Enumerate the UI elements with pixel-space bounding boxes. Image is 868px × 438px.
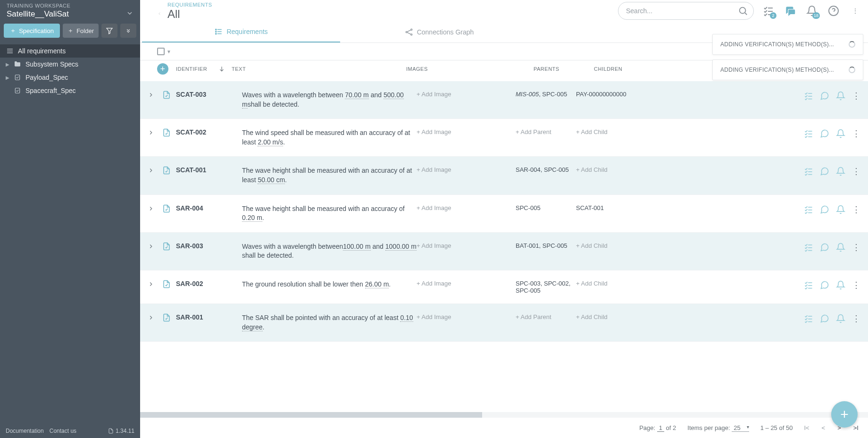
row-chat-icon[interactable] [820, 129, 829, 138]
workspace-header[interactable]: TRAINING WORKSPACE Satellite__ValiSat [0, 0, 140, 24]
tree-all-requirements[interactable]: All requirements [0, 44, 140, 58]
requirement-identifier[interactable]: SCAT-002 [176, 128, 242, 136]
children-cell[interactable]: + Add Child [576, 128, 628, 135]
search-icon[interactable] [738, 6, 748, 16]
horizontal-scrollbar[interactable] [140, 412, 868, 418]
requirement-text[interactable]: Waves with a wavelength between100.00 m … [242, 242, 417, 261]
row-more-icon[interactable]: ⋮ [852, 242, 860, 253]
page-number[interactable]: 1 [657, 424, 664, 432]
back-caret-icon[interactable] [157, 10, 162, 17]
row-more-icon[interactable]: ⋮ [852, 128, 860, 139]
row-chat-icon[interactable] [820, 243, 829, 252]
row-more-icon[interactable]: ⋮ [852, 280, 860, 290]
row-chat-icon[interactable] [820, 167, 829, 176]
requirement-text[interactable]: The ground resolution shall be lower the… [242, 280, 417, 289]
first-page-icon[interactable]: I< [804, 424, 809, 431]
expand-row-icon[interactable] [148, 167, 157, 174]
tree-spacecraft-spec[interactable]: Spacecraft_Spec [0, 84, 140, 97]
row-tasks-icon[interactable] [804, 280, 813, 290]
help-icon[interactable] [826, 4, 841, 18]
requirement-text[interactable]: The wave height shall be measured with a… [242, 166, 417, 185]
row-bell-icon[interactable] [836, 129, 845, 138]
parents-cell[interactable]: + Add Parent [516, 128, 576, 135]
row-tasks-icon[interactable] [804, 243, 813, 252]
table-row[interactable]: SAR-002The ground resolution shall be lo… [140, 270, 868, 304]
table-row[interactable]: SCAT-003Waves with a wavelength between … [140, 81, 868, 119]
parents-cell[interactable]: + Add Parent [516, 313, 576, 320]
add-image-link[interactable]: + Add Image [417, 204, 516, 211]
table-row[interactable]: SAR-004The wave height shall be measured… [140, 195, 868, 233]
row-chat-icon[interactable] [820, 314, 829, 323]
select-all-checkbox[interactable] [157, 48, 165, 55]
row-more-icon[interactable]: ⋮ [852, 313, 860, 324]
children-cell[interactable]: + Add Child [576, 242, 628, 249]
row-bell-icon[interactable] [836, 205, 845, 214]
caret-right-icon[interactable]: ▶ [6, 75, 9, 80]
expand-row-icon[interactable] [148, 129, 157, 136]
add-image-link[interactable]: + Add Image [417, 280, 516, 287]
row-chat-icon[interactable] [820, 91, 829, 101]
select-dropdown-icon[interactable]: ▼ [167, 49, 171, 54]
requirement-identifier[interactable]: SAR-003 [176, 242, 242, 250]
filter-button[interactable] [101, 24, 117, 38]
children-cell[interactable]: PAY-00000000000 [576, 91, 628, 98]
fab-add-button[interactable]: + [831, 401, 858, 428]
scrollbar-thumb[interactable] [140, 412, 482, 418]
tab-requirements[interactable]: Requirements [142, 22, 340, 42]
expand-row-icon[interactable] [148, 205, 157, 212]
tasks-icon[interactable]: 2 [761, 4, 776, 18]
expand-row-icon[interactable] [148, 314, 157, 321]
contact-link[interactable]: Contact us [50, 428, 76, 434]
column-header-identifier[interactable]: IDENTIFIER [176, 66, 233, 72]
row-bell-icon[interactable] [836, 280, 845, 290]
row-bell-icon[interactable] [836, 314, 845, 323]
row-chat-icon[interactable] [820, 205, 829, 214]
tree-payload-spec[interactable]: ▶ Payload_Spec [0, 71, 140, 84]
column-header-images[interactable]: IMAGES [406, 66, 534, 72]
children-cell[interactable]: + Add Child [576, 313, 628, 320]
requirement-identifier[interactable]: SAR-001 [176, 313, 242, 321]
column-header-text[interactable]: TEXT [232, 66, 406, 72]
requirement-identifier[interactable]: SCAT-003 [176, 91, 242, 98]
row-bell-icon[interactable] [836, 243, 845, 252]
requirement-text[interactable]: Waves with a wavelength between 70.00 m … [242, 91, 417, 109]
table-row[interactable]: SAR-003Waves with a wavelength between10… [140, 233, 868, 270]
requirement-identifier[interactable]: SAR-002 [176, 280, 242, 287]
table-row[interactable]: SCAT-001The wave height shall be measure… [140, 157, 868, 194]
tab-connections-graph[interactable]: Connections Graph [340, 22, 538, 42]
requirement-identifier[interactable]: SCAT-001 [176, 166, 242, 174]
parents-cell[interactable]: SAR-004, SPC-005 [516, 166, 576, 173]
items-per-page-select[interactable]: 25 [732, 424, 749, 432]
expand-row-icon[interactable] [148, 243, 157, 250]
search-input[interactable] [618, 2, 754, 20]
last-page-icon[interactable]: >I [853, 424, 859, 431]
chevron-down-icon[interactable] [126, 9, 134, 17]
add-specification-button[interactable]: ＋ Specification [4, 24, 60, 38]
children-cell[interactable]: + Add Child [576, 166, 628, 173]
row-tasks-icon[interactable] [804, 314, 813, 323]
parents-cell[interactable]: BAT-001, SPC-005 [516, 242, 576, 249]
add-image-link[interactable]: + Add Image [417, 91, 516, 98]
row-bell-icon[interactable] [836, 167, 845, 176]
parents-cell[interactable]: MIS-005, SPC-005 [516, 91, 576, 98]
add-folder-button[interactable]: ＋ Folder [63, 24, 99, 38]
collapse-button[interactable] [120, 24, 136, 38]
add-image-link[interactable]: + Add Image [417, 166, 516, 173]
requirement-text[interactable]: The wind speed shall be measured with an… [242, 128, 417, 147]
row-more-icon[interactable]: ⋮ [852, 91, 860, 101]
row-chat-icon[interactable] [820, 280, 829, 290]
caret-right-icon[interactable]: ▶ [6, 62, 9, 67]
children-cell[interactable]: + Add Child [576, 280, 628, 287]
expand-row-icon[interactable] [148, 92, 157, 98]
row-tasks-icon[interactable] [804, 167, 813, 176]
breadcrumb[interactable]: REQUIREMENTS [167, 2, 212, 8]
requirement-text[interactable]: The wave height shall be measured with a… [242, 204, 417, 223]
tab-hidden[interactable] [538, 22, 736, 42]
table-row[interactable]: SAR-001The SAR shall be pointed with an … [140, 304, 868, 342]
row-tasks-icon[interactable] [804, 91, 813, 101]
prev-page-icon[interactable]: < [822, 424, 826, 431]
row-more-icon[interactable]: ⋮ [852, 204, 860, 215]
more-menu-icon[interactable]: ⋮ [848, 4, 862, 18]
add-image-link[interactable]: + Add Image [417, 242, 516, 249]
sort-down-icon[interactable] [218, 66, 225, 72]
